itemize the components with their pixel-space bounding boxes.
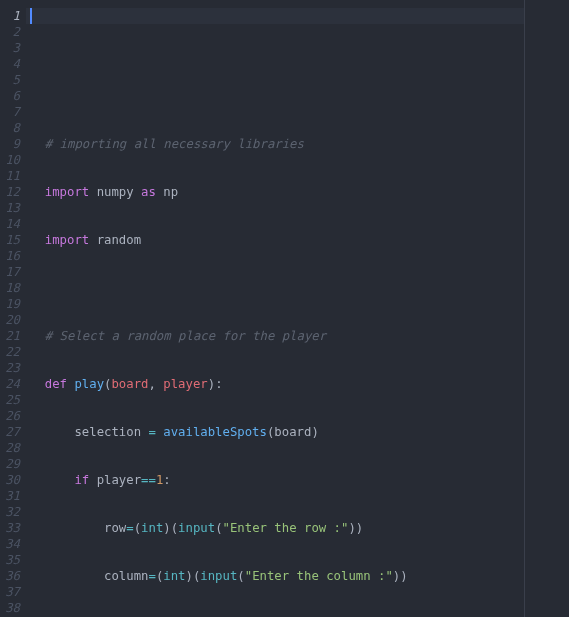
line-number: 11 bbox=[0, 168, 20, 184]
line-number: 3 bbox=[0, 40, 20, 56]
comment: # Select a random place for the player bbox=[45, 329, 326, 343]
comment: # importing all necessary libraries bbox=[45, 137, 304, 151]
line-number: 7 bbox=[0, 104, 20, 120]
line-number: 16 bbox=[0, 248, 20, 264]
line-number: 34 bbox=[0, 536, 20, 552]
line-number: 17 bbox=[0, 264, 20, 280]
line-number: 19 bbox=[0, 296, 20, 312]
line-gutter: 1234567891011121314151617181920212223242… bbox=[0, 0, 26, 617]
line-number: 27 bbox=[0, 424, 20, 440]
line-number: 26 bbox=[0, 408, 20, 424]
text-cursor bbox=[30, 8, 32, 24]
line-number: 15 bbox=[0, 232, 20, 248]
code-line: def play(board, player): bbox=[30, 376, 524, 392]
line-number: 37 bbox=[0, 584, 20, 600]
code-line: selection = availableSpots(board) bbox=[30, 424, 524, 440]
line-number: 32 bbox=[0, 504, 20, 520]
code-line: row=(int)(input("Enter the row :")) bbox=[30, 520, 524, 536]
line-number: 2 bbox=[0, 24, 20, 40]
line-number: 30 bbox=[0, 472, 20, 488]
line-number: 5 bbox=[0, 72, 20, 88]
line-number: 29 bbox=[0, 456, 20, 472]
code-line: import numpy as np bbox=[30, 184, 524, 200]
active-line-highlight bbox=[26, 8, 524, 24]
line-number: 31 bbox=[0, 488, 20, 504]
line-number: 6 bbox=[0, 88, 20, 104]
line-number: 35 bbox=[0, 552, 20, 568]
line-number: 24 bbox=[0, 376, 20, 392]
code-line: # Select a random place for the player bbox=[30, 328, 524, 344]
code-line: if player==1: bbox=[30, 472, 524, 488]
line-number: 23 bbox=[0, 360, 20, 376]
line-number: 10 bbox=[0, 152, 20, 168]
code-line: import random bbox=[30, 232, 524, 248]
line-number: 1 bbox=[0, 8, 20, 24]
line-number: 33 bbox=[0, 520, 20, 536]
line-number: 13 bbox=[0, 200, 20, 216]
code-line bbox=[30, 280, 524, 296]
code-line: column=(int)(input("Enter the column :")… bbox=[30, 568, 524, 584]
line-number: 25 bbox=[0, 392, 20, 408]
line-number: 38 bbox=[0, 600, 20, 616]
line-number: 21 bbox=[0, 328, 20, 344]
line-number: 14 bbox=[0, 216, 20, 232]
code-line bbox=[30, 88, 524, 104]
line-number: 9 bbox=[0, 136, 20, 152]
line-number: 22 bbox=[0, 344, 20, 360]
line-number: 36 bbox=[0, 568, 20, 584]
code-editor[interactable]: # importing all necessary libraries impo… bbox=[26, 0, 525, 617]
line-number: 4 bbox=[0, 56, 20, 72]
line-number: 20 bbox=[0, 312, 20, 328]
code-line: # importing all necessary libraries bbox=[30, 136, 524, 152]
line-number: 18 bbox=[0, 280, 20, 296]
line-number: 12 bbox=[0, 184, 20, 200]
line-number: 28 bbox=[0, 440, 20, 456]
line-number: 8 bbox=[0, 120, 20, 136]
